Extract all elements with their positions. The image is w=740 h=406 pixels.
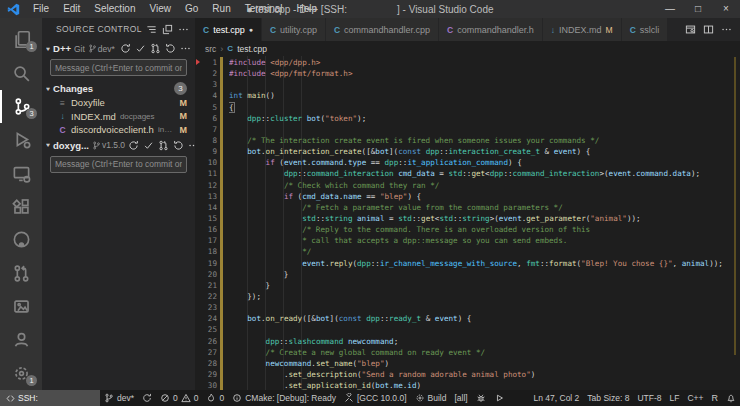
sync-icon[interactable] [128,140,139,151]
tab-commandhandler.cpp[interactable]: Ccommandhandler.cpp [326,18,439,41]
activity-screenshots[interactable] [0,290,42,323]
remote-indicator[interactable]: SSH: [0,390,100,406]
commit-message-input-2[interactable] [50,156,187,173]
code-line-3[interactable] [229,79,733,90]
more-actions-icon[interactable] [178,24,189,35]
line-number[interactable]: 27 [195,347,217,358]
breadcrumb-file[interactable]: test.cpp [237,44,267,54]
line-number[interactable]: 12 [195,180,217,191]
line-number[interactable]: 23 [195,302,217,313]
activity-search[interactable] [0,56,42,89]
code-content[interactable]: #include <dpp/dpp.h>#include <dpp/fmt/fo… [229,56,733,390]
line-number[interactable]: 20 [195,269,217,280]
code-line-4[interactable]: int main() [229,90,733,101]
repo-header-dpp[interactable]: ▾ D++ Git dev* [42,40,195,57]
line-number[interactable]: 3 [195,79,217,90]
code-line-26[interactable]: dpp::slashcommand newcommand; [229,336,733,347]
activity-account[interactable] [0,323,42,356]
line-number[interactable]: 30 [195,380,217,390]
eol-status[interactable]: LF [666,393,684,403]
code-line-6[interactable]: dpp::cluster bot("token"); [229,113,733,124]
activity-settings[interactable]: 1 [0,357,42,390]
line-number[interactable]: 21 [195,280,217,291]
breadcrumb-folder[interactable]: src [205,44,216,54]
line-number[interactable]: 24 [195,313,217,324]
code-line-23[interactable] [229,302,733,313]
minimize-button[interactable]: — [656,0,684,18]
sync-status[interactable] [138,393,156,403]
line-number[interactable]: 25 [195,324,217,335]
code-line-1[interactable]: #include <dpp/dpp.h> [229,57,733,68]
tab-commandhandler.h[interactable]: Ccommandhandler.h [439,18,543,41]
more-actions-icon[interactable] [721,24,732,35]
pull-request-icon[interactable] [158,140,169,151]
cmake-kit[interactable]: [GCC 10.0.0] [340,393,411,403]
tab-utility.cpp[interactable]: Cutility.cpp [262,18,326,41]
refresh-icon[interactable] [173,140,184,151]
menu-terminal[interactable]: Terminal [238,0,290,18]
build-button[interactable]: Build [411,393,451,403]
cmake-status[interactable]: CMake: [Debug]: Ready [228,393,340,403]
menu-edit[interactable]: Edit [56,0,87,18]
line-number[interactable]: 17 [195,235,217,246]
indentation-status[interactable]: Tab Size: 8 [583,393,633,403]
close-button[interactable]: × [712,0,740,18]
code-line-12[interactable]: /* Check which command they ran */ [229,180,733,191]
problems-status[interactable]: 0 0 [156,393,202,403]
menu-file[interactable]: File [26,0,56,18]
pull-request-icon[interactable] [150,43,161,54]
more-actions-icon[interactable] [188,140,195,151]
overview-ruler[interactable] [733,56,740,390]
intellisense-status[interactable]: 0 [202,393,228,403]
cursor-position[interactable]: Ln 47, Col 2 [530,393,584,403]
line-number[interactable]: 28 [195,358,217,369]
code-editor[interactable]: 1234567891011121314151617181920212223242… [195,56,740,390]
code-line-21[interactable]: } [229,280,733,291]
line-number-gutter[interactable]: 1234567891011121314151617181920212223242… [195,56,217,390]
code-line-9[interactable]: bot.on_interaction_create([&bot](const d… [229,146,733,157]
line-number[interactable]: 14 [195,202,217,213]
activity-github[interactable] [0,223,42,256]
line-number[interactable]: 16 [195,224,217,235]
breadcrumb[interactable]: src › C test.cpp [195,41,740,56]
collapse-all-icon[interactable] [162,24,173,35]
activity-explorer[interactable]: 1 [0,23,42,56]
line-number[interactable]: 9 [195,146,217,157]
code-line-5[interactable]: { [229,102,733,113]
code-line-20[interactable]: } [229,269,733,280]
activity-pull-request[interactable] [0,257,42,290]
open-preview-icon[interactable] [685,24,696,35]
line-number[interactable]: 5 [195,102,217,113]
tab-INDEX.md[interactable]: ↓INDEX.mdM [543,18,622,41]
dirty-indicator-icon[interactable]: ● [249,26,253,33]
code-line-16[interactable]: /* Reply to the command. There is an ove… [229,224,733,235]
tab-sslcli[interactable]: Csslcli [622,18,668,41]
activity-source-control[interactable]: 3 [0,90,42,123]
activity-extensions[interactable] [0,190,42,223]
line-number[interactable]: 2 [195,68,217,79]
line-number[interactable]: 18 [195,246,217,257]
build-target[interactable]: [all] [450,393,471,403]
branch-status[interactable]: dev* [100,393,138,403]
sync-icon[interactable] [120,43,131,54]
tab-test.cpp[interactable]: Ctest.cpp● [195,18,262,41]
code-line-25[interactable] [229,324,733,335]
line-number[interactable]: 26 [195,336,217,347]
line-number[interactable]: 22 [195,291,217,302]
commit-icon[interactable] [143,140,154,151]
menu-go[interactable]: Go [178,0,205,18]
launch-button[interactable] [490,393,508,403]
code-line-22[interactable]: }); [229,291,733,302]
activity-run-debug[interactable] [0,123,42,156]
line-number[interactable]: 7 [195,124,217,135]
notifications-bell[interactable] [722,393,740,403]
code-line-19[interactable]: event.reply(dpp::ir_channel_message_with… [229,258,733,269]
code-line-11[interactable]: dpp::command_interaction cmd_data = std:… [229,168,733,179]
line-number[interactable]: 15 [195,213,217,224]
maximize-button[interactable]: □ [684,0,712,18]
line-number[interactable]: 4 [195,90,217,101]
code-line-14[interactable]: /* Fetch a parameter value from the comm… [229,202,733,213]
code-line-18[interactable]: */ [229,246,733,257]
activity-remote-explorer[interactable] [0,156,42,189]
code-line-30[interactable]: .set_application_id(bot.me.id) [229,380,733,390]
